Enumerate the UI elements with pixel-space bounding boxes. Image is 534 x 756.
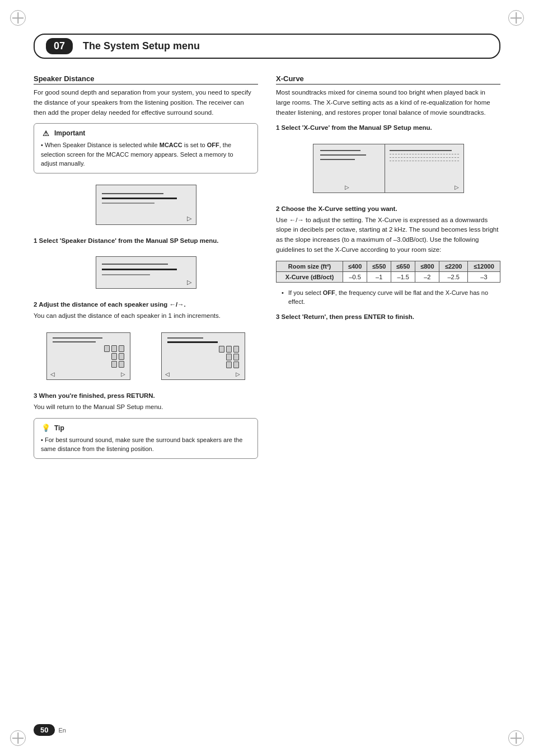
tip-box: 💡 Tip • For best surround sound, make su… [34, 418, 258, 459]
table-val-1: –0.5 [343, 271, 367, 282]
step3-label-right: 3 Select 'Return', then press ENTER to f… [276, 312, 500, 321]
chapter-number: 07 [46, 38, 73, 54]
speaker-distance-intro: For good sound depth and separation from… [34, 88, 258, 118]
speaker-distance-title: Speaker Distance [34, 74, 258, 84]
step1-label-left: 1 Select 'Speaker Distance' from the Man… [34, 236, 258, 245]
page-lang: En [58, 727, 65, 734]
table-header-12000: ≤12000 [467, 261, 500, 271]
speaker-screens-pair: ◁ ▷ [34, 327, 258, 386]
corner-mark-bl [10, 730, 26, 746]
table-val-6: –3 [467, 271, 500, 282]
corner-mark-br [508, 730, 524, 746]
important-title: ⚠ Important [41, 128, 251, 138]
corner-mark-tr [508, 10, 524, 26]
table-header-650: ≤650 [391, 261, 415, 271]
important-icon: ⚠ [41, 128, 51, 138]
step2-text-left: You can adjust the distance of each spea… [34, 311, 258, 321]
table-val-2: –1 [367, 271, 391, 282]
page-title: The System Setup menu [83, 40, 200, 52]
table-header-800: ≤800 [415, 261, 439, 271]
table-row-label: X-Curve (dB/oct) [277, 271, 343, 282]
table-val-5: –2.5 [439, 271, 468, 282]
xcurve-intro: Most soundtracks mixed for cinema sound … [276, 88, 500, 118]
screen-arrow: ▷ [187, 215, 191, 222]
table-header-roomsize: Room size (ft²) [277, 261, 343, 271]
corner-mark-tl [10, 10, 26, 26]
important-box: ⚠ Important • When Speaker Distance is s… [34, 123, 258, 173]
page-number: 50 [34, 724, 55, 736]
screen-arrow2: ▷ [187, 279, 191, 286]
step1-label-right: 1 Select 'X-Curve' from the Manual SP Se… [276, 123, 500, 132]
tip-icon: 💡 [41, 423, 51, 433]
content-area: Speaker Distance For good sound depth an… [34, 74, 500, 464]
xcurve-table: Room size (ft²) ≤400 ≤550 ≤650 ≤800 ≤220… [276, 261, 500, 283]
step2-label-right: 2 Choose the X-Curve setting you want. [276, 204, 500, 213]
tip-title: 💡 Tip [41, 423, 251, 433]
tip-text: • For best surround sound, make sure the… [41, 435, 251, 454]
step2-text-right: Use ←/→ to adjust the setting. The X-Cur… [276, 215, 500, 255]
page-footer: 50 En [34, 724, 66, 736]
step3-text-left: You will return to the Manual SP Setup m… [34, 402, 258, 412]
screen-mockup-sp-distance: ▷ [34, 251, 258, 294]
table-header-550: ≤550 [367, 261, 391, 271]
screen-mockup-mcacc: ▷ [34, 179, 258, 231]
table-val-3: –1.5 [391, 271, 415, 282]
step3-label-left: 3 When you're finished, press RETURN. [34, 391, 258, 400]
xcurve-title: X-Curve [276, 74, 500, 84]
table-val-4: –2 [415, 271, 439, 282]
right-column: X-Curve Most soundtracks mixed for cinem… [276, 74, 500, 464]
table-header-400: ≤400 [343, 261, 367, 271]
table-header-2200: ≤2200 [439, 261, 468, 271]
page-header: 07 The System Setup menu [34, 34, 500, 59]
xcurve-screen: ▷ ▷ [276, 138, 500, 199]
step2-label-left: 2 Adjust the distance of each speaker us… [34, 300, 258, 309]
left-column: Speaker Distance For good sound depth an… [34, 74, 258, 464]
important-text: • When Speaker Distance is selected whil… [41, 140, 251, 168]
xcurve-bullet: If you select OFF, the frequency curve w… [282, 288, 500, 307]
